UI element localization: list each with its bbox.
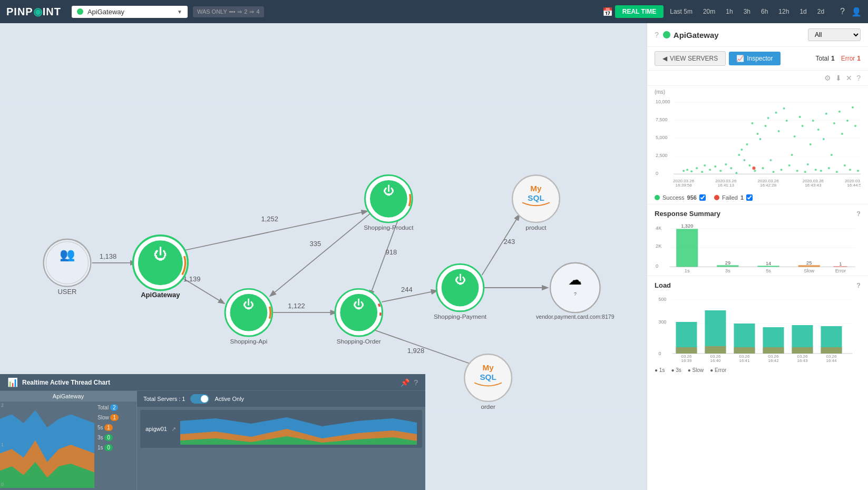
svg-text:335: 335	[310, 240, 321, 248]
question-icon[interactable]: ?	[840, 7, 845, 16]
svg-text:⏻: ⏻	[243, 298, 254, 310]
load-legend-3s: ● 3s	[671, 367, 681, 373]
svg-text:16:41: 16:41	[739, 358, 750, 363]
svg-text:25: 25	[806, 260, 812, 266]
svg-text:order: order	[481, 403, 495, 410]
svg-point-109	[791, 154, 793, 156]
svg-text:0: 0	[656, 263, 658, 269]
load-legend-1s: ● 1s	[655, 367, 665, 373]
svg-text:Shopping-Payment: Shopping-Payment	[434, 313, 487, 320]
app-name: ApiGateway	[87, 8, 177, 16]
svg-text:SQL: SQL	[480, 373, 496, 381]
svg-text:Shopping-Api: Shopping-Api	[230, 338, 268, 345]
server-name: apigw01	[145, 426, 167, 432]
view-servers-tab[interactable]: ◀ VIEW SERVERS	[655, 51, 726, 66]
header-right: ? 👤	[840, 7, 862, 17]
chevron-down-icon: ▼	[177, 9, 182, 15]
view-servers-label: VIEW SERVERS	[670, 55, 718, 62]
server-item[interactable]: apigw01 ↗	[140, 410, 422, 448]
time-12h-button[interactable]: 12h	[774, 5, 793, 18]
time-20m-button[interactable]: 20m	[699, 5, 719, 18]
error-label: Error	[841, 55, 855, 62]
settings-icon[interactable]: ⚙	[824, 74, 831, 82]
server-list: apigw01 ↗	[137, 407, 425, 490]
help-icon[interactable]: ?	[655, 31, 659, 39]
thread-left-panel: ApiGateway 2 1 0	[0, 391, 137, 490]
svg-text:ApiGateway: ApiGateway	[141, 291, 180, 299]
load-help-icon[interactable]: ?	[856, 281, 861, 289]
svg-point-96	[756, 133, 758, 135]
svg-point-84	[714, 165, 716, 168]
error-stat: Error 1	[841, 55, 861, 62]
total-stat: Total 1	[816, 55, 835, 62]
svg-text:29: 29	[725, 260, 730, 266]
bottom-title: Realtime Active Thread Chart	[22, 379, 396, 386]
inspector-tab[interactable]: 📈 Inspector	[729, 52, 780, 65]
thread-right-header: Total Servers : 1 Active Only	[137, 391, 425, 407]
svg-text:My: My	[483, 363, 494, 372]
svg-text:16:42:28: 16:42:28	[760, 183, 777, 188]
filter-select[interactable]: All	[808, 28, 861, 41]
svg-text:1,139: 1,139	[183, 275, 200, 283]
user-icon[interactable]: 👤	[851, 7, 862, 17]
time-1d-button[interactable]: 1d	[795, 5, 811, 18]
failed-dot	[714, 195, 719, 200]
svg-point-120	[820, 170, 822, 172]
app-selector[interactable]: ApiGateway ▼	[72, 6, 188, 18]
svg-point-95	[754, 170, 756, 172]
was-only-button[interactable]: WAS ONLY ••• ⇒ 2 ⇒ 4	[193, 6, 264, 17]
svg-point-114	[804, 171, 806, 173]
download-icon[interactable]: ⬇	[835, 74, 842, 82]
svg-text:⏻: ⏻	[153, 247, 167, 261]
svg-text:0: 0	[659, 351, 661, 356]
svg-point-91	[743, 159, 745, 161]
time-3h-button[interactable]: 3h	[739, 5, 755, 18]
was-only-label: WAS ONLY	[197, 8, 227, 15]
chart-icon: 📊	[7, 377, 18, 387]
svg-rect-176	[705, 346, 726, 354]
time-2d-button[interactable]: 2d	[813, 5, 828, 18]
svg-text:⏻: ⏻	[353, 298, 364, 310]
error-value: 1	[857, 55, 861, 62]
svg-point-90	[740, 149, 743, 151]
scatter-svg: 10,000 7,500 5,000 2,500 0	[655, 94, 861, 189]
realtime-button[interactable]: REAL TIME	[615, 5, 664, 18]
svg-text:1: 1	[839, 261, 842, 267]
svg-point-127	[838, 111, 841, 113]
help-icon[interactable]: ?	[414, 378, 418, 387]
response-summary-header: Response Summary ?	[647, 204, 868, 223]
chart-toolbar: ⚙ ⬇ ✕ ?	[647, 71, 868, 86]
calendar-icon[interactable]: 📅	[602, 7, 613, 17]
svg-text:244: 244	[401, 286, 413, 293]
failed-checkbox[interactable]	[746, 194, 753, 201]
success-checkbox[interactable]	[699, 194, 706, 201]
failed-label: Failed	[722, 194, 738, 201]
topology-area: 1,138 1,252 1,139 335 918 1,122 244 243	[0, 23, 647, 490]
time-1h-button[interactable]: 1h	[721, 5, 737, 18]
svg-text:product: product	[525, 224, 547, 231]
svg-text:1s: 1s	[685, 268, 690, 273]
success-label: Success	[662, 194, 685, 201]
svg-point-119	[817, 129, 820, 131]
svg-point-111	[796, 170, 798, 172]
response-help-icon[interactable]: ?	[856, 210, 861, 218]
svg-point-83	[709, 169, 711, 171]
total-value: 1	[831, 55, 835, 62]
help-icon[interactable]: ?	[856, 74, 861, 82]
svg-point-102	[773, 171, 775, 173]
active-only-toggle[interactable]	[190, 394, 209, 404]
time-6h-button[interactable]: 6h	[757, 5, 772, 18]
pin-icon[interactable]: 📌	[401, 378, 409, 387]
chevron-left-icon: ◀	[662, 55, 667, 62]
time-5m-button[interactable]: Last 5m	[666, 5, 697, 18]
active-only-label: Active Only	[214, 396, 244, 402]
close-icon[interactable]: ✕	[846, 74, 852, 82]
rp-stats: Total 1 Error 1	[816, 55, 861, 62]
svg-point-123	[828, 167, 830, 169]
svg-text:300: 300	[659, 319, 667, 325]
svg-point-130	[846, 120, 849, 122]
svg-text:500: 500	[659, 297, 667, 302]
svg-text:1,138: 1,138	[100, 252, 116, 260]
external-link-icon[interactable]: ↗	[171, 426, 176, 433]
svg-point-79	[690, 170, 693, 172]
